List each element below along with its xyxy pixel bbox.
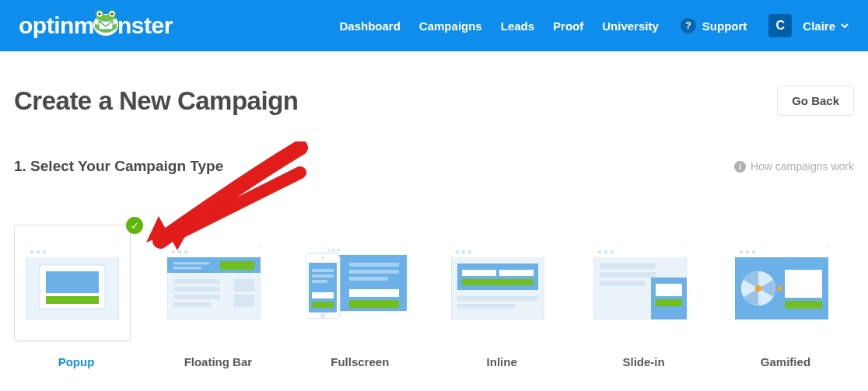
svg-point-54 <box>462 250 466 254</box>
svg-rect-41 <box>349 300 399 308</box>
svg-rect-82 <box>785 301 822 309</box>
type-floating-bar[interactable]: Floating Bar <box>156 225 280 368</box>
nav-university[interactable]: University <box>602 19 659 33</box>
svg-point-18 <box>172 250 176 254</box>
svg-rect-24 <box>220 261 254 270</box>
svg-rect-71 <box>656 284 682 296</box>
svg-rect-59 <box>462 279 534 285</box>
brand-text-left: optinm <box>19 12 94 39</box>
type-thumb-popup <box>14 225 131 341</box>
info-icon: i <box>734 161 746 173</box>
type-gamified[interactable]: Gamified <box>723 225 848 368</box>
type-label: Floating Bar <box>156 355 280 368</box>
svg-rect-60 <box>457 296 538 301</box>
svg-rect-61 <box>457 304 515 309</box>
svg-point-65 <box>604 250 607 254</box>
svg-rect-14 <box>46 271 99 293</box>
svg-point-5 <box>98 12 100 15</box>
type-slide-in[interactable]: Slide-in <box>582 225 706 368</box>
svg-rect-45 <box>312 274 334 278</box>
checkmark-icon: ✓ <box>126 217 143 234</box>
how-label: How campaigns work <box>751 160 854 173</box>
type-label: Inline <box>439 355 564 368</box>
svg-rect-72 <box>656 299 682 306</box>
type-label: Gamified <box>723 355 848 368</box>
svg-rect-22 <box>173 262 209 265</box>
page-title: Create a New Campaign <box>14 86 298 116</box>
svg-point-34 <box>332 249 335 252</box>
type-thumb-fullscreen <box>298 225 415 341</box>
svg-point-55 <box>468 250 472 254</box>
user-menu[interactable]: Claire <box>803 19 849 33</box>
svg-point-80 <box>755 285 761 292</box>
support-label: Support <box>702 19 747 33</box>
svg-rect-56 <box>457 264 538 290</box>
support-link[interactable]: ? Support <box>681 18 747 33</box>
type-fullscreen[interactable]: Fullscreen <box>298 225 422 368</box>
svg-point-77 <box>751 250 755 254</box>
svg-point-19 <box>178 250 182 254</box>
svg-rect-69 <box>600 281 645 286</box>
svg-point-35 <box>337 249 340 252</box>
svg-rect-58 <box>499 270 534 276</box>
page-content: Create a New Campaign Go Back 1. Select … <box>0 86 868 368</box>
user-avatar[interactable]: C <box>768 14 792 37</box>
type-label: Popup <box>14 355 138 368</box>
type-inline[interactable]: Inline <box>439 225 564 368</box>
svg-rect-68 <box>600 272 656 278</box>
svg-point-66 <box>610 250 614 254</box>
nav-dashboard[interactable]: Dashboard <box>340 19 401 33</box>
svg-rect-27 <box>173 295 220 299</box>
type-popup[interactable]: ✓ Popup <box>14 225 138 368</box>
chevron-down-icon <box>840 19 849 33</box>
brand-text-right: nster <box>117 12 173 39</box>
svg-rect-81 <box>785 270 822 298</box>
step-heading: 1. Select Your Campaign Type <box>14 158 223 175</box>
type-thumb-inline <box>439 225 556 341</box>
type-thumb-floating-bar <box>156 225 272 341</box>
svg-rect-25 <box>173 279 220 284</box>
svg-rect-28 <box>173 302 211 307</box>
svg-rect-46 <box>312 280 327 283</box>
nav-campaigns[interactable]: Campaigns <box>419 19 482 33</box>
svg-point-49 <box>321 257 324 260</box>
nav-leads[interactable]: Leads <box>501 19 534 33</box>
svg-rect-67 <box>600 264 656 269</box>
svg-rect-38 <box>349 270 399 274</box>
top-nav: optinm nster Dashboard Campaigns Leads P… <box>0 0 868 51</box>
go-back-button[interactable]: Go Back <box>777 86 854 116</box>
svg-rect-29 <box>234 279 254 292</box>
type-label: Slide-in <box>582 355 706 368</box>
svg-rect-57 <box>462 270 496 276</box>
mascot-icon <box>93 12 119 39</box>
user-name-label: Claire <box>803 19 835 33</box>
nav-proof[interactable]: Proof <box>553 19 583 33</box>
svg-rect-15 <box>46 296 99 304</box>
svg-point-33 <box>327 249 331 252</box>
svg-point-53 <box>456 250 460 254</box>
svg-rect-39 <box>349 277 388 281</box>
svg-rect-37 <box>349 263 399 267</box>
svg-rect-40 <box>349 289 399 297</box>
svg-point-10 <box>30 250 34 254</box>
svg-point-76 <box>745 250 749 254</box>
brand-logo[interactable]: optinm nster <box>19 12 173 39</box>
svg-point-6 <box>110 12 113 15</box>
svg-point-50 <box>320 313 325 318</box>
type-thumb-slide-in <box>582 225 698 341</box>
svg-point-20 <box>184 250 188 254</box>
svg-rect-47 <box>312 292 334 298</box>
svg-rect-30 <box>234 295 254 307</box>
how-campaigns-work-link[interactable]: i How campaigns work <box>734 160 854 173</box>
campaign-type-list: ✓ Popup <box>14 225 854 368</box>
svg-point-75 <box>739 250 743 254</box>
svg-rect-44 <box>312 269 334 272</box>
type-thumb-gamified <box>723 225 840 341</box>
svg-point-64 <box>597 250 601 254</box>
type-label: Fullscreen <box>298 355 422 368</box>
svg-point-12 <box>43 250 47 254</box>
svg-point-11 <box>37 250 40 254</box>
svg-rect-26 <box>173 287 220 292</box>
svg-rect-48 <box>312 302 334 308</box>
question-icon: ? <box>681 18 696 33</box>
